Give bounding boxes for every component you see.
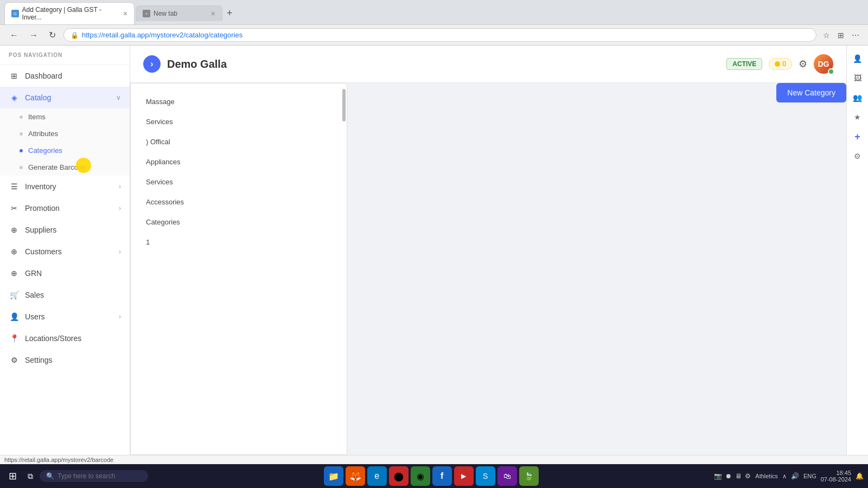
tab-2[interactable]: + New tab ×	[136, 5, 222, 21]
skype-icon: S	[483, 472, 488, 480]
gear-button[interactable]: ⚙	[799, 58, 807, 70]
sidebar-label-attributes: Attributes	[28, 130, 58, 138]
chevron-up-icon[interactable]: ∧	[782, 473, 787, 480]
taskbar-app-edge[interactable]: e	[367, 466, 387, 486]
new-category-button[interactable]: New Category	[776, 83, 846, 102]
edge-icon: e	[374, 471, 379, 481]
start-button[interactable]: ⊞	[4, 468, 21, 484]
taskbar-app-firefox[interactable]: 🦊	[346, 466, 365, 486]
taskbar-search-input[interactable]	[58, 472, 133, 480]
sidebar-item-customers[interactable]: ⊕ Customers ›	[0, 241, 130, 262]
file-explorer-icon: 📁	[328, 471, 339, 481]
panel-item-6[interactable]: Accessories	[139, 192, 338, 211]
url-text: https://retail.galla.app/mystorev2/catal…	[82, 31, 242, 39]
settings-icon: ⚙	[9, 355, 20, 365]
bookmark-btn[interactable]: ☆	[821, 30, 832, 41]
right-icon-user2[interactable]: 👥	[849, 89, 866, 106]
taskbar-sys-icons: 📷 ⏺ 🖥 ⚙	[714, 472, 751, 480]
sidebar-label-customers: Customers	[25, 247, 113, 256]
taskbar-app-circle[interactable]: ⬤	[389, 466, 409, 486]
avatar[interactable]: DG	[814, 54, 833, 74]
inventory-icon: ☰	[9, 181, 20, 192]
panel-content: Massage Services ) Offical Appliances Se…	[131, 84, 347, 261]
sidebar-item-attributes[interactable]: Attributes	[0, 125, 130, 142]
volume-icon[interactable]: 🔊	[791, 472, 799, 480]
sidebar-item-sales[interactable]: 🛒 Sales	[0, 284, 130, 306]
green-app-icon: 🍃	[524, 472, 533, 480]
right-icon-star[interactable]: ★	[849, 108, 866, 126]
panel-item-8[interactable]: 1	[139, 233, 338, 252]
sidebar-item-grn[interactable]: ⊕ GRN	[0, 262, 130, 284]
refresh-button[interactable]: ↻	[46, 29, 59, 41]
sidebar-label-settings: Settings	[25, 356, 121, 364]
sidebar-item-dashboard[interactable]: ⊞ Dashboard	[0, 65, 130, 87]
panel-item-4[interactable]: Appliances	[139, 152, 338, 171]
back-button[interactable]: ←	[7, 29, 22, 41]
taskbar-app-chrome[interactable]: ◉	[411, 466, 430, 486]
taskbar-app-green[interactable]: 🍃	[519, 466, 539, 486]
record-icon[interactable]: ⏺	[725, 472, 732, 480]
more-btn[interactable]: ⋯	[850, 30, 861, 41]
time-display: 18:45	[821, 470, 851, 476]
coins-value: 0	[782, 60, 786, 68]
panel-item-label-5: Services	[146, 178, 173, 186]
panel-item-2[interactable]: Services	[139, 112, 338, 131]
panel-item-7[interactable]: Categories	[139, 213, 338, 232]
taskbar-app-facebook[interactable]: f	[432, 466, 452, 486]
new-tab-button[interactable]: +	[224, 7, 236, 20]
sidebar-item-inventory[interactable]: ☰ Inventory ›	[0, 176, 130, 197]
status-badge: ACTIVE	[726, 58, 762, 70]
items-dot	[20, 115, 23, 119]
taskbar-app-file-explorer[interactable]: 📁	[324, 466, 343, 486]
locations-icon: 📍	[9, 333, 20, 344]
right-icon-add[interactable]: +	[849, 128, 866, 145]
tab-favicon-2: +	[143, 10, 150, 17]
browser-chrome: G Add Category | Galla GST - Inver... × …	[0, 0, 868, 46]
sidebar-item-users[interactable]: 👤 Users ›	[0, 306, 130, 328]
extension-btn[interactable]: ⊞	[835, 30, 846, 41]
sidebar-item-suppliers[interactable]: ⊕ Suppliers	[0, 219, 130, 241]
taskbar-search[interactable]: 🔍	[40, 470, 148, 482]
yellow-highlight	[76, 158, 91, 173]
panel-scrollbar[interactable]	[342, 89, 346, 121]
notification-icon[interactable]: 🔔	[856, 472, 864, 480]
sidebar-item-promotion[interactable]: ✂ Promotion ›	[0, 197, 130, 219]
forward-button[interactable]: →	[26, 29, 41, 41]
right-icon-person[interactable]: 👤	[849, 50, 866, 67]
panel-item-5[interactable]: Services	[139, 172, 338, 191]
monitor-icon[interactable]: 🖥	[735, 472, 742, 480]
status-bar: https://retail.galla.app/mystorev2/barco…	[0, 455, 868, 464]
task-view-button[interactable]: ⧉	[23, 470, 37, 483]
taskbar-app-store[interactable]: 🛍	[497, 466, 517, 486]
settings-sys-icon[interactable]: ⚙	[745, 472, 751, 480]
right-icon-gear[interactable]: ⚙	[849, 147, 866, 165]
panel-item-label-8: 1	[146, 238, 150, 246]
url-bar[interactable]: 🔒 https://retail.galla.app/mystorev2/cat…	[63, 28, 816, 42]
sidebar-item-items[interactable]: Items	[0, 108, 130, 125]
sidebar-item-locations[interactable]: 📍 Locations/Stores	[0, 328, 130, 349]
overlay-panel: Massage Services ) Offical Appliances Se…	[130, 83, 347, 455]
right-icon-image[interactable]: 🖼	[849, 69, 866, 87]
taskbar-app-skype[interactable]: S	[476, 466, 495, 486]
sidebar-label-locations: Locations/Stores	[25, 334, 121, 343]
panel-item-label-4: Appliances	[146, 158, 181, 166]
sidebar-item-categories[interactable]: Categories	[0, 142, 130, 159]
camera-icon[interactable]: 📷	[714, 472, 722, 480]
sidebar-item-catalog[interactable]: ◈ Catalog ∨	[0, 87, 130, 108]
tab-active[interactable]: G Add Category | Galla GST - Inver... ×	[4, 2, 135, 24]
panel-item-1[interactable]: Massage	[139, 92, 338, 111]
panel-item-3[interactable]: ) Offical	[139, 132, 338, 151]
taskbar-app-youtube[interactable]: ▶	[454, 466, 474, 486]
url-actions: ☆ ⊞ ⋯	[821, 30, 861, 41]
sidebar-item-generate-barcode[interactable]: Generate Barcode	[0, 159, 130, 176]
tab-close-1[interactable]: ×	[123, 9, 127, 18]
sidebar-label-categories: Categories	[28, 146, 62, 155]
brand-label: Athletics	[755, 473, 778, 479]
users-icon: 👤	[9, 311, 20, 322]
attributes-dot	[20, 132, 23, 136]
sidebar-toggle-button[interactable]: ›	[143, 55, 161, 73]
sidebar-item-settings[interactable]: ⚙ Settings	[0, 349, 130, 371]
store-icon: 🛍	[503, 472, 511, 480]
suppliers-icon: ⊕	[9, 224, 20, 235]
tab-close-2[interactable]: ×	[211, 9, 215, 18]
